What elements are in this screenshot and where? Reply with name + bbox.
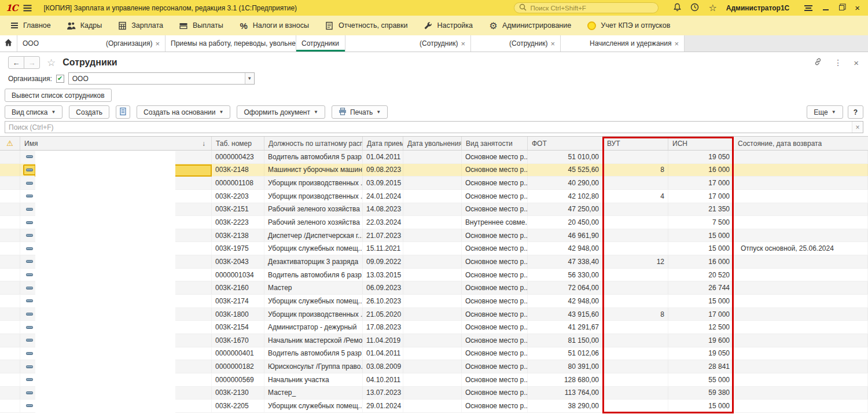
row-dismiss-date-cell[interactable]	[403, 177, 462, 189]
row-position-cell[interactable]: Машинист уборочных машин...	[264, 164, 363, 177]
row-hire-date-cell[interactable]: 06.09.2023	[363, 281, 403, 294]
row-state-cell[interactable]	[734, 321, 868, 334]
more-button[interactable]: Еще▼	[807, 105, 843, 119]
row-position-cell[interactable]: Мастер_	[264, 387, 363, 400]
row-state-cell[interactable]	[734, 216, 868, 229]
row-hire-date-cell[interactable]: 26.10.2023	[363, 295, 403, 307]
row-warning-cell[interactable]	[0, 334, 20, 347]
organization-checkbox[interactable]: ✔	[56, 75, 64, 83]
row-hire-date-cell[interactable]: 15.11.2021	[363, 242, 403, 255]
menu-item-payments[interactable]: Выплаты	[179, 21, 223, 31]
row-dismiss-date-cell[interactable]	[403, 269, 462, 281]
row-vut-cell[interactable]	[603, 229, 668, 242]
row-position-cell[interactable]: Уборщик производственных ...	[264, 308, 363, 321]
row-fot-cell[interactable]: 80 391,00	[528, 360, 603, 373]
tab-employees[interactable]: Сотрудники ×	[296, 35, 345, 52]
row-warning-cell[interactable]	[0, 295, 20, 307]
row-warning-cell[interactable]	[0, 242, 20, 255]
row-dismiss-date-cell[interactable]	[403, 255, 462, 268]
row-hire-date-cell[interactable]: 24.01.2024	[363, 190, 403, 203]
row-dismiss-date-cell[interactable]	[403, 400, 462, 412]
row-isn-cell[interactable]: 20 520	[668, 269, 734, 281]
row-fot-cell[interactable]: 42 948,00	[528, 295, 603, 307]
clear-search-icon[interactable]: ×	[852, 122, 863, 133]
create-button[interactable]: Создать	[69, 105, 109, 119]
row-isn-cell[interactable]: 15 000	[668, 400, 734, 412]
row-state-cell[interactable]	[734, 164, 868, 177]
row-hire-date-cell[interactable]: 21.07.2023	[363, 229, 403, 242]
menu-item-main[interactable]: Главное	[9, 21, 51, 31]
view-list-button[interactable]: Вид списка▼	[5, 105, 62, 119]
row-warning-cell[interactable]	[0, 203, 20, 216]
row-state-cell[interactable]	[734, 229, 868, 242]
row-warning-cell[interactable]	[0, 360, 20, 373]
list-search-input[interactable]	[5, 122, 852, 133]
menu-item-salary[interactable]: Зарплата	[117, 21, 163, 31]
row-tab-number-cell[interactable]: 003К-2223	[212, 216, 264, 229]
row-fot-cell[interactable]: 42 948,00	[528, 242, 603, 255]
row-isn-cell[interactable]: 17 000	[668, 177, 734, 189]
row-isn-cell[interactable]: 16 000	[668, 164, 734, 177]
tab-employee-2[interactable]: (Сотрудник) ×	[471, 35, 561, 52]
row-isn-cell[interactable]: 59 380	[668, 387, 734, 400]
row-tab-number-cell[interactable]: 0000000569	[212, 373, 264, 386]
row-warning-cell[interactable]	[0, 308, 20, 321]
row-position-cell[interactable]: Рабочий зеленого хозяйства ...	[264, 203, 363, 216]
column-header[interactable]: ВУТ	[603, 137, 668, 150]
row-hire-date-cell[interactable]: 01.04.2011	[363, 347, 403, 360]
row-tab-number-cell[interactable]: 0000000423	[212, 151, 264, 163]
row-state-cell[interactable]	[734, 177, 868, 189]
menu-item-hr[interactable]: Кадры	[67, 21, 102, 31]
row-tab-number-cell[interactable]: 0000000182	[212, 360, 264, 373]
row-tab-number-cell[interactable]: 003К-2203	[212, 190, 264, 203]
row-isn-cell[interactable]: 7 500	[668, 216, 734, 229]
row-tab-number-cell[interactable]: 003К-1670	[212, 334, 264, 347]
row-dismiss-date-cell[interactable]	[403, 164, 462, 177]
row-warning-cell[interactable]	[0, 151, 20, 163]
row-hire-date-cell[interactable]: 17.08.2023	[363, 321, 403, 334]
row-vut-cell[interactable]	[603, 151, 668, 163]
column-header[interactable]: ИСН	[668, 137, 734, 150]
row-fot-cell[interactable]: 56 330,00	[528, 269, 603, 281]
row-fot-cell[interactable]: 41 291,67	[528, 321, 603, 334]
row-employment-type-cell[interactable]: Основное место р...	[462, 164, 528, 177]
row-vut-cell[interactable]: 12	[603, 255, 668, 268]
row-state-cell[interactable]	[734, 360, 868, 373]
row-employment-type-cell[interactable]: Основное место р...	[462, 295, 528, 307]
column-header[interactable]: Дата увольнения	[403, 137, 462, 150]
row-tab-number-cell[interactable]: 003К-2174	[212, 295, 264, 307]
row-hire-date-cell[interactable]: 13.03.2015	[363, 269, 403, 281]
row-state-cell[interactable]	[734, 151, 868, 163]
make-document-button[interactable]: Оформить документ▼	[237, 105, 325, 119]
row-dismiss-date-cell[interactable]	[403, 151, 462, 163]
help-button[interactable]: ?	[848, 105, 863, 119]
tab-close-icon[interactable]: ×	[550, 39, 555, 48]
row-position-cell[interactable]: Уборщик производственных ...	[264, 177, 363, 189]
row-position-cell[interactable]: Уборщик служебных помещ...	[264, 295, 363, 307]
row-isn-cell[interactable]: 19 600	[668, 334, 734, 347]
row-hire-date-cell[interactable]: 21.05.2020	[363, 308, 403, 321]
row-warning-cell[interactable]	[0, 190, 20, 203]
row-isn-cell[interactable]: 26 744	[668, 281, 734, 294]
menu-item-reports[interactable]: Отчетность, справки	[325, 21, 408, 31]
row-fot-cell[interactable]: 43 915,60	[528, 308, 603, 321]
row-dismiss-date-cell[interactable]	[403, 295, 462, 307]
row-employment-type-cell[interactable]: Внутреннее совме...	[462, 216, 528, 229]
row-employment-type-cell[interactable]: Основное место р...	[462, 255, 528, 268]
row-dismiss-date-cell[interactable]	[403, 229, 462, 242]
row-isn-cell[interactable]: 12 500	[668, 321, 734, 334]
row-employment-type-cell[interactable]: Основное место р...	[462, 229, 528, 242]
row-dismiss-date-cell[interactable]	[403, 387, 462, 400]
row-dismiss-date-cell[interactable]	[403, 334, 462, 347]
row-state-cell[interactable]	[734, 400, 868, 412]
row-dismiss-date-cell[interactable]	[403, 190, 462, 203]
row-isn-cell[interactable]: 15 000	[668, 229, 734, 242]
row-position-cell[interactable]: Уборщик служебных помещ...	[264, 400, 363, 412]
row-tab-number-cell[interactable]: 003К-2043	[212, 255, 264, 268]
row-dismiss-date-cell[interactable]	[403, 203, 462, 216]
tab-organization[interactable]: ООО (Организация) ×	[17, 35, 165, 52]
more-actions-dots-icon[interactable]: ⋮	[834, 58, 842, 67]
row-employment-type-cell[interactable]: Основное место р...	[462, 347, 528, 360]
row-fot-cell[interactable]: 40 290,00	[528, 177, 603, 189]
row-position-cell[interactable]: Уборщик производственных ...	[264, 190, 363, 203]
